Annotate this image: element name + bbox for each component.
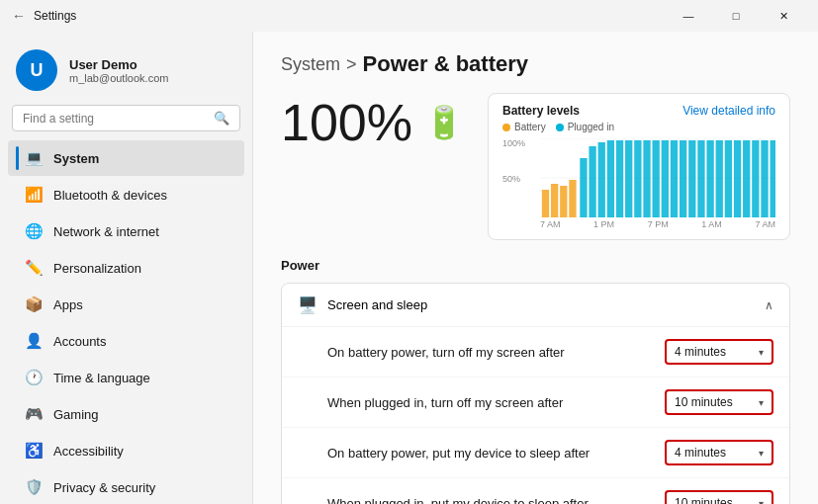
svg-rect-24 — [734, 140, 741, 217]
nav-label-network: Network & internet — [53, 224, 159, 239]
svg-rect-17 — [671, 140, 678, 217]
settings-row-label-3: When plugged in, put my device to sleep … — [327, 496, 589, 505]
settings-dropdown-1[interactable]: 10 minutes ▾ — [665, 389, 773, 415]
svg-rect-28 — [771, 140, 775, 217]
legend-dot-battery — [502, 124, 510, 131]
sidebar-item-privacy[interactable]: 🛡️ Privacy & security — [8, 469, 244, 504]
nav-icon-system: 💻 — [24, 148, 44, 168]
legend-dot-plugged — [556, 124, 564, 131]
nav-label-apps: Apps — [53, 297, 83, 312]
breadcrumb-current: Power & battery — [363, 51, 529, 77]
chart-x-labels: 7 AM 1 PM 7 PM 1 AM 7 AM — [540, 219, 775, 229]
back-icon[interactable]: ← — [12, 8, 26, 24]
chart-header: Battery levels View detailed info — [502, 104, 775, 118]
svg-rect-22 — [716, 140, 723, 217]
svg-rect-19 — [688, 140, 695, 217]
title-bar: ← Settings — □ ✕ — [0, 0, 818, 32]
battery-display: 100% 🔋 — [281, 93, 464, 152]
nav-icon-apps: 📦 — [24, 294, 44, 314]
svg-rect-15 — [653, 140, 660, 217]
nav-label-privacy: Privacy & security — [53, 480, 155, 495]
nav-label-personalization: Personalization — [53, 261, 141, 276]
sidebar-item-personalization[interactable]: ✏️ Personalization — [8, 250, 244, 286]
nav-label-bluetooth: Bluetooth & devices — [53, 188, 167, 203]
sidebar-item-apps[interactable]: 📦 Apps — [8, 287, 244, 322]
sidebar-item-accounts[interactable]: 👤 Accounts — [8, 323, 244, 359]
x-label-1: 7 AM — [540, 219, 561, 229]
legend-item-battery: Battery — [502, 122, 546, 132]
sidebar-item-time[interactable]: 🕐 Time & language — [8, 360, 244, 395]
settings-rows-container: On battery power, turn off my screen aft… — [282, 327, 789, 504]
sidebar-item-system[interactable]: 💻 System — [8, 140, 244, 176]
svg-rect-5 — [560, 186, 567, 217]
x-label-5: 7 AM — [755, 219, 775, 229]
breadcrumb: System > Power & battery — [281, 51, 790, 77]
settings-row-1: When plugged in, turn off my screen afte… — [282, 378, 789, 428]
dropdown-chevron-1: ▾ — [759, 397, 764, 408]
search-input[interactable] — [23, 112, 208, 126]
settings-row-label-2: On battery power, put my device to sleep… — [327, 446, 590, 461]
screen-sleep-label: Screen and sleep — [327, 297, 427, 312]
battery-chart-svg — [540, 138, 775, 217]
settings-row-3: When plugged in, put my device to sleep … — [282, 478, 789, 504]
user-email: m_lab@outlook.com — [69, 72, 168, 84]
close-button[interactable]: ✕ — [761, 1, 806, 31]
view-detail-link[interactable]: View detailed info — [682, 104, 775, 118]
sidebar-item-gaming[interactable]: 🎮 Gaming — [8, 396, 244, 432]
sidebar-item-bluetooth[interactable]: 📶 Bluetooth & devices — [8, 177, 244, 212]
svg-rect-3 — [542, 190, 549, 217]
x-label-2: 1 PM — [593, 219, 614, 229]
svg-rect-25 — [743, 140, 750, 217]
minimize-button[interactable]: — — [666, 1, 711, 31]
svg-rect-26 — [752, 140, 759, 217]
dropdown-value-3: 10 minutes — [675, 496, 733, 504]
search-box[interactable]: 🔍 — [12, 105, 240, 131]
sidebar-item-accessibility[interactable]: ♿ Accessibility — [8, 433, 244, 468]
top-row: 100% 🔋 Battery levels View detailed info… — [281, 93, 790, 240]
avatar: U — [16, 49, 57, 91]
settings-row-2: On battery power, put my device to sleep… — [282, 428, 789, 478]
svg-rect-21 — [706, 140, 713, 217]
svg-rect-14 — [643, 140, 650, 217]
user-info: User Demo m_lab@outlook.com — [69, 57, 168, 84]
battery-chart-container: Battery levels View detailed info Batter… — [488, 93, 790, 240]
main-content: System > Power & battery 100% 🔋 Battery … — [253, 32, 818, 504]
chevron-up-icon: ∧ — [765, 298, 773, 312]
svg-rect-6 — [569, 180, 576, 217]
user-profile[interactable]: U User Demo m_lab@outlook.com — [0, 40, 252, 105]
settings-dropdown-0[interactable]: 4 minutes ▾ — [665, 339, 773, 365]
settings-dropdown-2[interactable]: 4 minutes ▾ — [665, 440, 773, 465]
maximize-button[interactable]: □ — [713, 1, 759, 31]
sidebar-item-network[interactable]: 🌐 Network & internet — [8, 213, 244, 249]
nav-icon-network: 🌐 — [24, 221, 44, 241]
screen-sleep-icon: 🖥️ — [298, 295, 318, 314]
power-section-label: Power — [281, 258, 790, 273]
dropdown-value-0: 4 minutes — [675, 345, 726, 359]
svg-rect-10 — [607, 140, 614, 217]
nav-list: 💻 System 📶 Bluetooth & devices 🌐 Network… — [0, 139, 252, 504]
search-icon: 🔍 — [214, 111, 229, 126]
settings-row-label-1: When plugged in, turn off my screen afte… — [327, 395, 563, 410]
svg-rect-13 — [634, 140, 641, 217]
chart-title: Battery levels — [502, 104, 580, 118]
legend-item-plugged: Plugged in — [556, 122, 614, 132]
legend-label-plugged: Plugged in — [568, 122, 614, 132]
settings-row-0: On battery power, turn off my screen aft… — [282, 327, 789, 378]
screen-sleep-group-header[interactable]: 🖥️ Screen and sleep ∧ — [282, 284, 789, 327]
svg-rect-23 — [725, 140, 732, 217]
svg-rect-27 — [761, 140, 768, 217]
nav-label-time: Time & language — [53, 371, 150, 385]
breadcrumb-parent[interactable]: System — [281, 54, 340, 75]
svg-rect-11 — [616, 140, 623, 217]
battery-icon: 🔋 — [424, 104, 464, 141]
nav-label-accounts: Accounts — [53, 334, 106, 349]
dropdown-chevron-3: ▾ — [759, 498, 764, 505]
svg-rect-16 — [662, 140, 669, 217]
settings-row-label-0: On battery power, turn off my screen aft… — [327, 345, 565, 360]
settings-dropdown-3[interactable]: 10 minutes ▾ — [665, 490, 773, 504]
svg-rect-18 — [680, 140, 686, 217]
breadcrumb-separator: > — [346, 54, 357, 75]
chart-legend: Battery Plugged in — [502, 122, 775, 132]
svg-rect-20 — [697, 140, 704, 217]
battery-percent-value: 100% — [281, 93, 412, 152]
